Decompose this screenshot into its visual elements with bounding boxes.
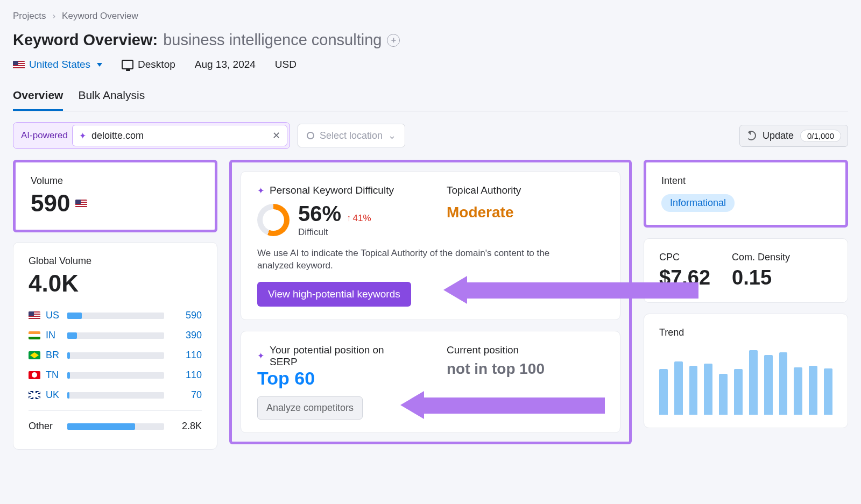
country-selector[interactable]: United States <box>13 59 102 70</box>
tabs: Overview Bulk Analysis <box>13 86 848 111</box>
volume-value: 590 <box>170 310 202 321</box>
country-label: United States <box>29 59 90 70</box>
clear-domain-button[interactable]: ✕ <box>272 130 280 141</box>
global-volume-row[interactable]: US590 <box>29 306 202 325</box>
volume-bar <box>67 332 164 339</box>
breadcrumb-root[interactable]: Projects <box>13 11 46 22</box>
trend-bar-chart <box>659 345 832 415</box>
current-position-header: Current position <box>447 344 604 356</box>
volume-value: 2.8K <box>170 421 202 432</box>
us-flag-icon <box>29 311 40 320</box>
topical-authority-value: Moderate <box>447 204 604 221</box>
date-label: Aug 13, 2024 <box>195 59 256 70</box>
pkd-value: 56% <box>298 202 341 226</box>
annotation-arrow-icon <box>467 282 698 299</box>
location-placeholder: Select location <box>320 130 383 141</box>
trend-bar <box>704 364 712 415</box>
global-volume-card: Global Volume 4.0K US590IN390BR110TN110U… <box>13 242 217 450</box>
location-selector[interactable]: Select location ⌄ <box>298 124 405 147</box>
annotation-arrow-icon <box>424 397 605 414</box>
trend-bar <box>809 366 817 415</box>
other-label: Other <box>29 421 62 432</box>
volume-bar <box>67 313 164 319</box>
chevron-down-icon <box>97 63 102 67</box>
refresh-icon <box>746 131 756 140</box>
density-label: Com. Density <box>732 252 790 263</box>
annotation-arrow-icon <box>400 391 424 419</box>
volume-value: 70 <box>170 389 202 401</box>
trend-bar <box>659 369 668 415</box>
breadcrumb-page: Keyword Overview <box>62 11 138 22</box>
volume-value: 390 <box>170 330 202 341</box>
global-volume-other-row: Other2.8K <box>29 416 202 436</box>
in-flag-icon <box>29 331 40 339</box>
domain-input[interactable]: ✦ deloitte.com ✕ <box>72 125 287 146</box>
volume-value: 110 <box>170 350 202 361</box>
position-card: ✦ Your potential position on SERP Top 60… <box>241 331 620 433</box>
global-volume-row[interactable]: TN110 <box>29 365 202 385</box>
pin-icon <box>307 132 314 139</box>
country-code: US <box>46 310 62 321</box>
analyze-competitors-button[interactable]: Analyze competitors <box>257 396 363 420</box>
breadcrumb: Projects › Keyword Overview <box>13 11 848 22</box>
volume-highlight: Volume 590 <box>13 160 217 232</box>
uk-flag-icon <box>29 391 40 399</box>
volume-value: 110 <box>170 370 202 381</box>
trend-bar <box>794 367 802 415</box>
desktop-icon <box>122 60 133 69</box>
trend-bar <box>749 350 758 415</box>
sparkle-icon: ✦ <box>257 351 264 361</box>
device-label: Desktop <box>138 59 175 70</box>
pkd-sublabel: Difficult <box>298 227 371 238</box>
trend-bar <box>719 374 728 415</box>
chevron-right-icon: › <box>52 11 55 22</box>
global-volume-label: Global Volume <box>29 255 202 267</box>
meta-row: United States Desktop Aug 13, 2024 USD <box>13 59 848 70</box>
global-volume-row[interactable]: BR110 <box>29 345 202 365</box>
annotation-arrow-icon <box>443 276 467 304</box>
update-count-pill: 0/1,000 <box>800 130 841 142</box>
sparkle-icon: ✦ <box>257 186 264 196</box>
trend-bar <box>674 361 683 415</box>
tab-bulk-analysis[interactable]: Bulk Analysis <box>78 86 145 111</box>
add-keyword-button[interactable]: + <box>387 34 400 47</box>
tn-flag-icon <box>29 371 40 379</box>
volume-value: 590 <box>31 190 200 217</box>
ai-note: We use AI to indicate the Topical Author… <box>257 247 559 272</box>
device-selector[interactable]: Desktop <box>122 59 175 70</box>
density-value: 0.15 <box>732 266 790 289</box>
country-code: TN <box>46 370 62 381</box>
intent-label: Intent <box>661 175 830 187</box>
volume-label: Volume <box>31 175 200 187</box>
trend-card: Trend <box>644 314 848 428</box>
update-button[interactable]: Update 0/1,000 <box>739 125 848 147</box>
global-volume-value: 4.0K <box>29 270 202 297</box>
trend-label: Trend <box>659 327 832 338</box>
controls-row: AI-powered ✦ deloitte.com ✕ Select locat… <box>13 122 848 149</box>
potential-position-header: ✦ Your potential position on SERP <box>257 344 414 368</box>
global-volume-row[interactable]: UK70 <box>29 385 202 405</box>
view-keywords-button[interactable]: View high-potential keywords <box>257 282 411 307</box>
volume-bar <box>67 372 164 379</box>
currency-label: USD <box>275 59 297 70</box>
trend-bar <box>734 369 743 415</box>
country-code: IN <box>46 330 62 341</box>
global-volume-row[interactable]: IN390 <box>29 325 202 345</box>
intent-highlight: Intent Informational <box>644 160 848 228</box>
pkd-delta: ↑ 41% <box>347 213 371 224</box>
volume-bar <box>67 352 164 359</box>
cpc-label: CPC <box>659 252 710 263</box>
volume-bar <box>67 423 164 430</box>
page-keyword: business intelligence consulting <box>163 31 382 49</box>
page-title: Keyword Overview: <box>13 31 158 49</box>
country-code: BR <box>46 350 62 361</box>
us-flag-icon <box>75 200 87 208</box>
br-flag-icon <box>29 351 40 359</box>
ai-powered-chip: AI-powered ✦ deloitte.com ✕ <box>13 122 290 149</box>
trend-bar <box>689 366 698 415</box>
chevron-down-icon: ⌄ <box>388 130 396 141</box>
intent-badge: Informational <box>661 194 735 212</box>
us-flag-icon <box>13 61 25 69</box>
volume-bar <box>67 392 164 399</box>
tab-overview[interactable]: Overview <box>13 86 63 111</box>
